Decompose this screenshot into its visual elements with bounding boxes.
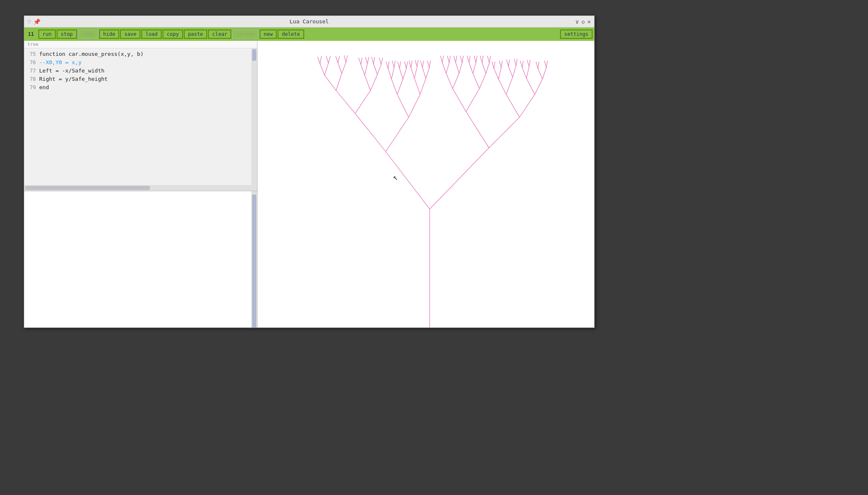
svg-line-67 <box>336 56 338 63</box>
svg-line-82 <box>394 61 395 68</box>
svg-line-2 <box>430 148 489 209</box>
svg-line-80 <box>388 62 389 69</box>
line-code-77: Left = -x/Safe_width <box>39 67 105 75</box>
svg-line-77 <box>379 58 381 65</box>
settings-button[interactable]: settings <box>560 30 593 39</box>
line-num-77: 77 <box>24 67 39 75</box>
svg-line-21 <box>414 78 420 95</box>
svg-line-16 <box>336 73 342 90</box>
screen-button[interactable]: screen <box>232 30 258 39</box>
svg-line-48 <box>446 62 449 73</box>
svg-line-93 <box>428 61 430 68</box>
svg-line-105 <box>474 56 476 63</box>
run-button[interactable]: run <box>38 30 56 39</box>
svg-line-13 <box>506 94 520 117</box>
code-line-77: 77 Left = -x/Safe_width <box>24 67 257 75</box>
svg-line-120 <box>522 61 523 68</box>
svg-line-107 <box>480 56 482 63</box>
svg-line-30 <box>535 79 542 95</box>
pin-icon[interactable]: 📌 <box>33 18 40 25</box>
svg-line-78 <box>381 58 383 65</box>
svg-line-101 <box>460 56 463 63</box>
stop-button[interactable]: stop <box>57 30 77 39</box>
lower-v-scroll-thumb[interactable] <box>252 195 256 328</box>
svg-line-115 <box>507 60 509 67</box>
svg-line-29 <box>526 78 535 95</box>
diamond-icon[interactable]: ◇ <box>581 18 585 25</box>
vertical-scrollbar[interactable] <box>251 48 257 185</box>
svg-line-111 <box>492 62 494 69</box>
code-line-79: 79 end <box>24 83 257 92</box>
lower-vertical-scrollbar[interactable] <box>251 191 257 328</box>
title-bar-right-controls: ∨ ◇ × <box>575 18 591 25</box>
load-button[interactable]: load <box>141 30 162 39</box>
heart-icon[interactable]: ♡ <box>28 18 31 25</box>
line-code-76: --X0,Y0 = x,y <box>39 58 82 67</box>
editor-header: tree <box>24 41 257 48</box>
svg-line-90 <box>417 60 418 67</box>
paste-button[interactable]: paste <box>184 30 207 39</box>
svg-line-72 <box>361 58 362 65</box>
toolbar: 11 run stop code hide save load copy pas… <box>24 28 594 41</box>
svg-line-55 <box>494 68 498 79</box>
line-number-badge: 11 <box>26 30 38 38</box>
svg-line-12 <box>466 89 479 112</box>
main-window: ♡ 📌 Lua Carousel ∨ ◇ × 11 run stop code … <box>24 15 595 328</box>
hide-button[interactable]: hide <box>99 30 120 39</box>
svg-line-52 <box>473 62 476 73</box>
svg-line-1 <box>386 152 430 209</box>
copy-button[interactable]: copy <box>163 30 183 39</box>
v-scroll-thumb[interactable] <box>252 49 256 61</box>
svg-line-31 <box>320 64 325 75</box>
h-scroll-thumb[interactable] <box>25 186 150 190</box>
svg-line-89 <box>415 60 417 67</box>
svg-line-8 <box>355 90 370 113</box>
svg-line-49 <box>456 62 459 73</box>
title-bar: ♡ 📌 Lua Carousel ∨ ◇ × <box>24 16 594 28</box>
svg-line-76 <box>373 57 375 64</box>
svg-line-15 <box>325 75 336 91</box>
svg-line-109 <box>488 56 490 63</box>
svg-line-51 <box>469 62 473 73</box>
svg-line-75 <box>372 57 374 64</box>
chevron-down-icon[interactable]: ∨ <box>575 18 579 25</box>
svg-line-66 <box>328 56 330 63</box>
svg-line-71 <box>359 58 361 65</box>
close-icon[interactable]: × <box>588 18 591 25</box>
svg-line-57 <box>508 66 513 77</box>
svg-line-113 <box>499 61 501 68</box>
svg-line-85 <box>405 62 407 69</box>
lower-code-area[interactable] <box>24 191 251 328</box>
delete-button[interactable]: delete <box>278 30 304 39</box>
svg-line-108 <box>482 56 483 63</box>
svg-line-43 <box>411 68 414 78</box>
svg-line-50 <box>459 62 462 73</box>
svg-line-53 <box>482 62 486 73</box>
svg-line-79 <box>386 62 388 69</box>
svg-line-32 <box>325 63 328 75</box>
svg-line-100 <box>456 56 457 63</box>
canvas-panel: ↖ <box>258 41 594 328</box>
code-button[interactable]: code <box>78 30 98 39</box>
horizontal-scrollbar[interactable] <box>24 185 257 191</box>
svg-line-28 <box>506 77 513 94</box>
svg-line-59 <box>522 68 526 78</box>
editor-scroll-area[interactable]: 75 function car.mouse_press(x,y, b) 76 -… <box>24 48 257 185</box>
line-num-79: 79 <box>24 83 39 92</box>
svg-line-25 <box>473 73 480 89</box>
lower-panel: ◀ <box>24 191 257 328</box>
svg-line-65 <box>326 56 329 63</box>
svg-line-96 <box>442 56 443 63</box>
code-line-76: 76 --X0,Y0 = x,y <box>24 58 257 67</box>
new-button[interactable]: new <box>260 30 277 39</box>
svg-line-36 <box>365 64 367 75</box>
save-button[interactable]: save <box>120 30 140 39</box>
window-title: Lua Carousel <box>290 18 329 25</box>
clear-button[interactable]: clear <box>208 30 231 39</box>
svg-line-110 <box>489 56 490 63</box>
code-line-78: 78 Right = y/Safe_height <box>24 75 257 83</box>
svg-line-91 <box>420 61 423 68</box>
svg-line-69 <box>344 55 346 62</box>
title-bar-controls: ♡ 📌 <box>28 18 40 25</box>
svg-line-42 <box>403 68 406 79</box>
